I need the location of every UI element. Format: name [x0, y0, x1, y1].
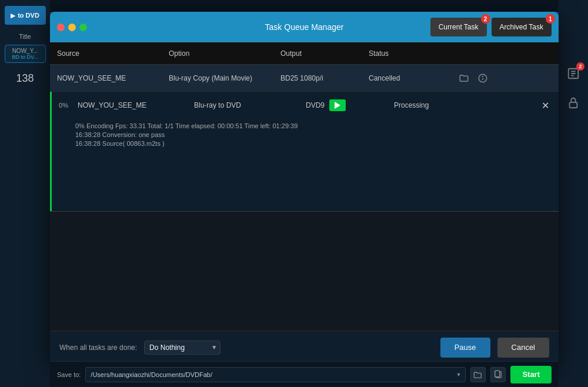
- row1-output: BD25 1080p/i: [273, 74, 362, 82]
- processing-block: 0% NOW_YOU_SEE_ME Blu-ray to DVD DVD9 Pr…: [50, 92, 559, 211]
- bottom-bar: When all tasks are done: Do NothingShut …: [50, 331, 559, 363]
- pause-button[interactable]: Pause: [440, 338, 490, 358]
- lock-icon[interactable]: [564, 94, 582, 112]
- to-dvd-button[interactable]: ▶ to DVD: [5, 6, 46, 25]
- right-icons-panel: 2: [559, 0, 588, 387]
- queue-badge: 2: [576, 62, 584, 71]
- table-body: NOW_YOU_SEE_ME Blu-ray Copy (Main Movie)…: [50, 65, 559, 331]
- detail-line-1: 0% Encoding Fps: 33.31 Total: 1/1 Time e…: [75, 122, 549, 129]
- archived-task-tab[interactable]: Archived Task 1: [492, 18, 552, 36]
- processing-cancel-x[interactable]: ✕: [475, 100, 559, 111]
- play-button[interactable]: [329, 99, 346, 111]
- folder-icon[interactable]: [457, 71, 471, 85]
- current-task-tab[interactable]: Current Task 2: [430, 18, 487, 36]
- detail-line-2: 16:38:28 Conversion: one pass: [75, 131, 549, 138]
- minimize-button[interactable]: [68, 24, 76, 31]
- row1-source: NOW_YOU_SEE_ME: [50, 74, 162, 82]
- queue-icon[interactable]: 2: [564, 65, 582, 82]
- table-row: NOW_YOU_SEE_ME Blu-ray Copy (Main Movie)…: [50, 65, 559, 92]
- processing-source: NOW_YOU_SEE_ME: [75, 101, 187, 109]
- progress-percent: 0%: [52, 102, 75, 109]
- sidebar-item-title: NOW_Y...: [8, 48, 43, 54]
- row1-status: Cancelled: [362, 74, 450, 82]
- browse-folder-button[interactable]: [470, 367, 486, 382]
- svg-marker-8: [335, 102, 340, 109]
- maximize-button[interactable]: [79, 24, 87, 31]
- save-to-label: Save to:: [57, 371, 81, 378]
- sidebar-num: 138: [16, 72, 34, 85]
- title-bar: Task Queue Manager Current Task 2 Archiv…: [50, 12, 559, 42]
- tab-area: Current Task 2 Archived Task 1: [430, 18, 552, 36]
- col-header-output: Output: [273, 49, 362, 58]
- when-select-wrapper: Do NothingShut DownHibernateStand By ▼: [144, 341, 220, 355]
- modal-title: Task Queue Manager: [265, 22, 344, 32]
- processing-output: DVD9: [299, 99, 387, 111]
- row1-actions: [450, 71, 559, 85]
- copy-path-button[interactable]: [490, 367, 506, 382]
- sidebar-item[interactable]: NOW_Y... BD to DV...: [5, 45, 46, 63]
- processing-details: 0% Encoding Fps: 33.31 Total: 1/1 Time e…: [52, 119, 559, 151]
- col-header-source: Source: [50, 49, 162, 58]
- info-icon[interactable]: [476, 71, 490, 85]
- col-header-option: Option: [162, 49, 273, 58]
- row1-option: Blu-ray Copy (Main Movie): [162, 74, 273, 82]
- sidebar-item-sub: BD to DV...: [8, 54, 43, 60]
- task-queue-modal: Task Queue Manager Current Task 2 Archiv…: [50, 12, 559, 363]
- processing-option: Blu-ray to DVD: [187, 101, 299, 109]
- cancel-button[interactable]: Cancel: [497, 338, 549, 358]
- svg-rect-4: [570, 102, 577, 108]
- app-header: [50, 0, 559, 12]
- close-button[interactable]: [57, 24, 65, 31]
- when-label: When all tasks are done:: [59, 343, 137, 352]
- sidebar: ▶ to DVD Title NOW_Y... BD to DV... 138: [0, 0, 50, 387]
- archived-task-badge: 1: [546, 14, 555, 24]
- traffic-lights: [57, 24, 87, 31]
- save-path-display: /Users/huangxiaozhi/Documents/DVDFab/: [85, 367, 466, 382]
- processing-status: Processing: [387, 101, 475, 109]
- start-button[interactable]: Start: [510, 366, 552, 383]
- table-header: Source Option Output Status: [50, 42, 559, 65]
- empty-task-area: [50, 211, 559, 331]
- col-header-status: Status: [362, 49, 450, 58]
- processing-row: 0% NOW_YOU_SEE_ME Blu-ray to DVD DVD9 Pr…: [52, 92, 559, 119]
- save-bar: Save to: /Users/huangxiaozhi/Documents/D…: [50, 361, 559, 387]
- sidebar-title-label: Title: [19, 33, 31, 40]
- detail-line-3: 16:38:28 Source( 00863.m2ts ): [75, 140, 549, 147]
- current-task-badge: 2: [481, 14, 490, 24]
- svg-rect-10: [495, 371, 500, 377]
- when-select[interactable]: Do NothingShut DownHibernateStand By: [144, 341, 220, 355]
